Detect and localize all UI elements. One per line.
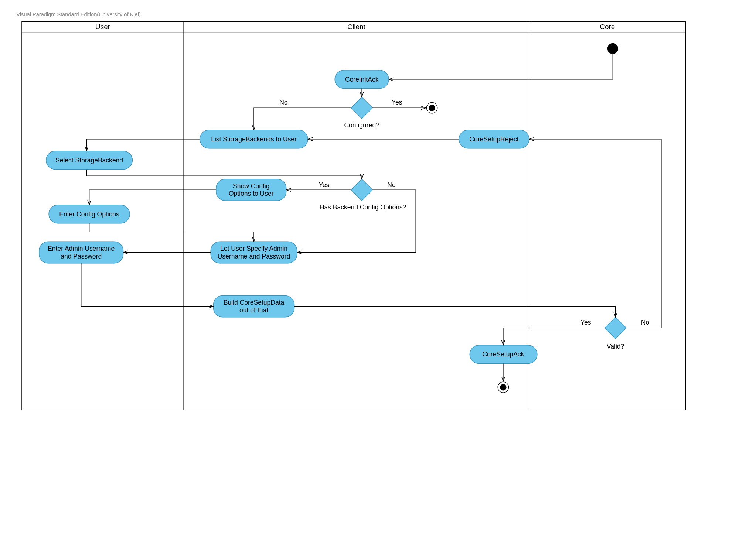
svg-text:out of that: out of that <box>239 307 268 314</box>
decision-configured: Configured? <box>344 97 379 129</box>
svg-text:and Password: and Password <box>61 253 102 260</box>
activity-show-config-options: Show Config Options to User <box>216 179 286 201</box>
edge-enterconfig-to-letspec <box>89 223 254 242</box>
svg-text:Has Backend Config Options?: Has Backend Config Options? <box>320 203 406 211</box>
activity-coresetupreject: CoreSetupReject <box>459 130 529 148</box>
label-valid-yes: Yes <box>580 319 591 326</box>
activity-let-user-specify-admin: Let User Specify Admin Username and Pass… <box>211 242 297 263</box>
svg-text:List StorageBackends to User: List StorageBackends to User <box>211 136 297 143</box>
svg-point-9 <box>429 105 435 111</box>
activity-coresetupack: CoreSetupAck <box>470 345 537 364</box>
initial-node-icon <box>607 43 618 54</box>
edge-valid-no <box>529 139 661 328</box>
svg-marker-16 <box>351 179 372 201</box>
svg-text:CoreSetupAck: CoreSetupAck <box>482 350 524 358</box>
svg-text:Select StorageBackend: Select StorageBackend <box>55 157 123 164</box>
edge-hasbackend-no <box>297 190 416 252</box>
activity-coreinitack: CoreInitAck <box>335 70 389 89</box>
edge-valid-yes <box>503 328 605 345</box>
label-configured-yes: Yes <box>392 99 402 106</box>
label-valid-no: No <box>641 319 649 326</box>
svg-marker-32 <box>605 317 626 339</box>
edge-list-to-select <box>86 139 200 151</box>
lane-header-user: User <box>95 23 110 31</box>
svg-text:Enter Admin Username: Enter Admin Username <box>48 245 115 252</box>
svg-text:CoreSetupReject: CoreSetupReject <box>469 136 519 143</box>
edge-showconfig-to-enterconfig <box>89 190 216 205</box>
activity-build-coresetupdata: Build CoreSetupData out of that <box>214 295 294 317</box>
final-node-top <box>426 103 437 113</box>
svg-text:Show Config: Show Config <box>233 182 269 190</box>
lane-header-core: Core <box>600 23 615 31</box>
edge-configured-no <box>254 108 351 130</box>
activity-enter-config-options: Enter Config Options <box>49 205 130 223</box>
svg-text:Configured?: Configured? <box>344 121 379 129</box>
activity-select-storagebackend: Select StorageBackend <box>46 151 133 170</box>
edge-initial-to-coreinitack <box>389 54 613 79</box>
edge-build-to-valid <box>294 307 616 317</box>
decision-valid: Valid? <box>605 317 626 350</box>
activity-enter-admin-credentials: Enter Admin Username and Password <box>39 242 123 263</box>
svg-text:Let User Specify Admin: Let User Specify Admin <box>220 245 287 252</box>
lane-header-client: Client <box>347 23 365 31</box>
label-configured-no: No <box>279 99 287 106</box>
label-hasbackend-yes: Yes <box>319 181 330 189</box>
svg-text:Valid?: Valid? <box>607 343 624 350</box>
svg-marker-6 <box>351 97 372 119</box>
svg-text:Options to User: Options to User <box>229 190 274 197</box>
svg-point-37 <box>500 384 507 391</box>
activity-diagram: Visual Paradigm Standard Edition(Univers… <box>0 0 756 534</box>
attribution-text: Visual Paradigm Standard Edition(Univers… <box>16 11 140 17</box>
edge-select-to-hasbackend <box>86 170 362 179</box>
svg-text:Username and Password: Username and Password <box>218 253 290 260</box>
activity-list-storagebackends: List StorageBackends to User <box>200 130 308 148</box>
svg-text:Build CoreSetupData: Build CoreSetupData <box>224 299 285 306</box>
svg-text:Enter Config Options: Enter Config Options <box>59 210 119 218</box>
final-node-bottom <box>498 382 508 393</box>
label-hasbackend-no: No <box>387 181 395 189</box>
edge-enteradmin-to-build <box>81 263 214 307</box>
svg-text:CoreInitAck: CoreInitAck <box>345 76 379 83</box>
